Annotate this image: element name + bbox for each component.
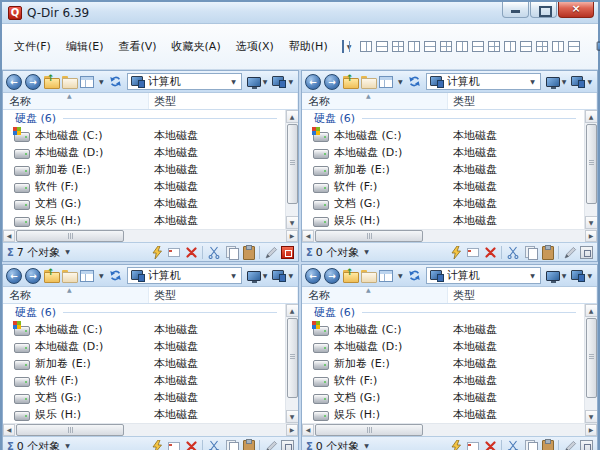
edit-pencil-icon[interactable] (563, 245, 577, 259)
edit-pencil-icon[interactable] (264, 245, 278, 259)
view-mode-icon[interactable] (379, 270, 393, 282)
drive-row[interactable]: 本地磁盘 (D:) 本地磁盘 (302, 144, 584, 161)
desktop-button[interactable] (546, 271, 569, 281)
address-bar[interactable]: 计算机 (127, 73, 242, 90)
copy-icon[interactable] (523, 439, 537, 450)
delete-icon[interactable] (184, 245, 198, 259)
menu-help[interactable]: 帮助(H) (282, 37, 335, 56)
computer-button[interactable] (272, 270, 295, 282)
back-button[interactable] (6, 74, 22, 90)
refresh-icon[interactable] (109, 75, 122, 88)
drive-row[interactable]: 本地磁盘 (C:) 本地磁盘 (3, 127, 285, 144)
object-count[interactable]: 0 个对象 (17, 439, 61, 450)
group-header-hard-disks[interactable]: 硬盘 (6) (302, 304, 584, 321)
view-dropdown-icon[interactable] (99, 79, 104, 85)
layout-variant-icon[interactable] (568, 41, 580, 52)
drive-row[interactable]: 娱乐 (H:) 本地磁盘 (302, 406, 584, 423)
drive-row[interactable]: 本地磁盘 (D:) 本地磁盘 (302, 338, 584, 355)
vertical-scrollbar-thumb[interactable] (287, 318, 298, 398)
address-dropdown-icon[interactable] (530, 79, 535, 85)
new-folder-icon[interactable] (361, 76, 376, 87)
paste-icon[interactable] (241, 245, 255, 259)
menu-edit[interactable]: 编辑(E) (59, 37, 111, 56)
horizontal-scrollbar-thumb[interactable] (315, 230, 423, 242)
desktop-button[interactable] (546, 77, 569, 87)
computer-dropdown-icon[interactable] (587, 273, 592, 279)
desktop-dropdown-icon[interactable] (562, 79, 567, 85)
address-dropdown-icon[interactable] (231, 273, 236, 279)
layout-variant-icon[interactable] (552, 41, 564, 52)
address-bar[interactable]: 计算机 (426, 73, 541, 90)
scrollbar-track[interactable] (423, 230, 585, 242)
column-header-type[interactable]: 类型 (149, 287, 298, 303)
drive-name-cell[interactable]: 娱乐 (H:) (302, 407, 448, 422)
drive-name-cell[interactable]: 文档 (G:) (3, 390, 149, 405)
layout-variant-icon[interactable] (520, 41, 532, 52)
view-dropdown-icon[interactable] (398, 273, 403, 279)
desktop-dropdown-icon[interactable] (263, 273, 268, 279)
computer-button[interactable] (571, 270, 594, 282)
layout-variant-icon[interactable] (440, 41, 452, 52)
drive-name-cell[interactable]: 软件 (F:) (302, 179, 448, 194)
address-dropdown-icon[interactable] (231, 79, 236, 85)
back-button[interactable] (305, 268, 321, 284)
drive-row[interactable]: 娱乐 (H:) 本地磁盘 (3, 212, 285, 229)
layout-variant-icon[interactable] (456, 41, 468, 52)
drive-name-cell[interactable]: 本地磁盘 (D:) (302, 145, 448, 160)
drive-row[interactable]: 娱乐 (H:) 本地磁盘 (302, 212, 584, 229)
layout-variant-icon[interactable] (504, 41, 516, 52)
drive-row[interactable]: 本地磁盘 (C:) 本地磁盘 (3, 321, 285, 338)
paste-icon[interactable] (540, 245, 554, 259)
column-header-name[interactable]: 名称 (3, 287, 149, 303)
layout-variant-icon[interactable] (472, 41, 484, 52)
vertical-scrollbar[interactable] (584, 110, 597, 229)
object-count[interactable]: 0 个对象 (316, 439, 360, 450)
computer-dropdown-icon[interactable] (587, 79, 592, 85)
scrollbar-track[interactable] (124, 424, 286, 436)
cut-icon[interactable] (506, 245, 520, 259)
layout-variant-icon[interactable] (488, 41, 500, 52)
horizontal-scrollbar[interactable] (3, 229, 298, 242)
drive-row[interactable]: 文档 (G:) 本地磁盘 (302, 195, 584, 212)
edit-pencil-icon[interactable] (563, 439, 577, 450)
app-icon[interactable] (8, 6, 22, 20)
drive-row[interactable]: 软件 (F:) 本地磁盘 (3, 372, 285, 389)
scroll-up-icon[interactable] (585, 304, 598, 317)
drive-row[interactable]: 新加卷 (E:) 本地磁盘 (3, 355, 285, 372)
delete-icon[interactable] (184, 439, 198, 450)
column-header-type[interactable]: 类型 (448, 287, 597, 303)
vertical-scrollbar-thumb[interactable] (586, 318, 597, 398)
scroll-up-icon[interactable] (585, 110, 598, 123)
delete-icon[interactable] (483, 245, 497, 259)
rename-icon[interactable] (167, 439, 181, 450)
group-header-hard-disks[interactable]: 硬盘 (6) (3, 110, 285, 127)
drive-row[interactable]: 本地磁盘 (C:) 本地磁盘 (302, 321, 584, 338)
scroll-down-icon[interactable] (286, 216, 299, 229)
cut-icon[interactable] (207, 439, 221, 450)
drive-row[interactable]: 文档 (G:) 本地磁盘 (302, 389, 584, 406)
forward-button[interactable] (25, 268, 41, 284)
layout-quad-icon[interactable] (342, 40, 344, 53)
layout-variant-icon[interactable] (408, 41, 420, 52)
drive-row[interactable]: 文档 (G:) 本地磁盘 (3, 389, 285, 406)
scroll-left-icon[interactable] (3, 424, 15, 436)
scrollbar-track[interactable] (423, 424, 585, 436)
rename-icon[interactable] (466, 439, 480, 450)
drive-row[interactable]: 新加卷 (E:) 本地磁盘 (302, 355, 584, 372)
active-pane-indicator-icon[interactable] (580, 440, 593, 450)
desktop-button[interactable] (247, 77, 270, 87)
view-dropdown-icon[interactable] (398, 79, 403, 85)
drive-name-cell[interactable]: 文档 (G:) (302, 390, 448, 405)
scroll-right-icon[interactable] (585, 230, 597, 242)
drive-name-cell[interactable]: 新加卷 (E:) (302, 356, 448, 371)
column-header-name[interactable]: 名称 (302, 287, 448, 303)
active-pane-indicator-icon[interactable] (580, 246, 593, 259)
menu-options[interactable]: 选项(X) (229, 37, 281, 56)
drive-name-cell[interactable]: 软件 (F:) (3, 179, 149, 194)
flash-actions-icon[interactable] (150, 439, 164, 450)
back-button[interactable] (305, 74, 321, 90)
drive-name-cell[interactable]: 本地磁盘 (C:) (302, 322, 448, 337)
drive-row[interactable]: 软件 (F:) 本地磁盘 (302, 372, 584, 389)
refresh-icon[interactable] (109, 269, 122, 282)
drive-row[interactable]: 软件 (F:) 本地磁盘 (3, 178, 285, 195)
